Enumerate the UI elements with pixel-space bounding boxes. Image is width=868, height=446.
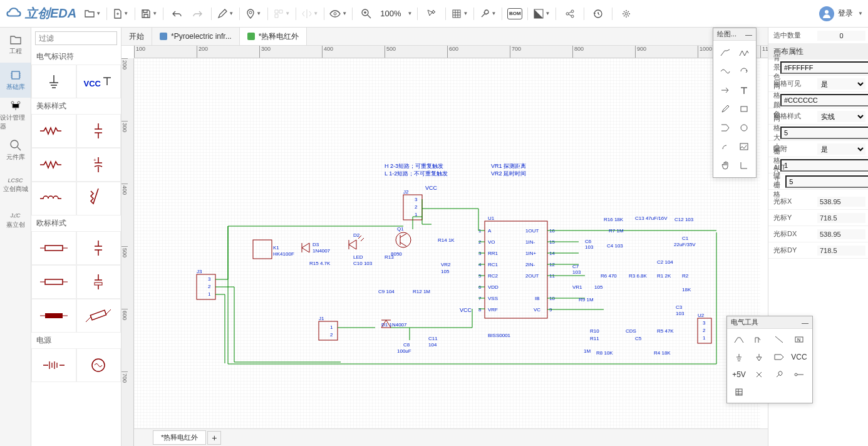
rail-jlc[interactable]: J𝓛C嘉立创 [0,203,31,238]
tab-pyroelectric-sch[interactable]: *Pyroelectric infr... [152,28,240,45]
pin-tool-icon[interactable] [790,366,809,383]
symbol-fuse-eu[interactable] [76,299,121,333]
gear-icon[interactable] [617,5,635,23]
arc-tool-icon[interactable] [717,138,733,155]
cursor-dx-value: 538.95 [817,229,865,239]
polygon-tool-icon[interactable] [717,120,733,136]
symbol-resistor-filled[interactable] [31,299,76,333]
probe-tool-icon[interactable] [770,366,788,383]
line-tool-icon[interactable] [717,44,733,61]
login-button[interactable]: 登录▼ [819,6,863,21]
zoom-level[interactable]: 100% [378,9,403,18]
net-label-icon[interactable]: N [790,331,809,348]
rail-project[interactable]: 工程 [0,28,31,63]
filter-input[interactable] [35,31,117,45]
layers-icon[interactable]: ▼ [451,5,468,23]
symbol-resistor-zigzag[interactable] [76,182,121,215]
cursor-sparkle-icon[interactable] [423,5,440,23]
svg-text:C11: C11 [428,336,438,341]
new-file-icon[interactable]: ▼ [112,5,130,23]
symbol-battery[interactable] [31,348,76,382]
svg-point-14 [11,140,18,148]
symbol-resistor-us[interactable] [31,114,76,148]
symbol-cap-pol-us[interactable]: + [76,148,121,182]
mirror-icon[interactable]: ▼ [301,5,319,23]
noconnect-icon[interactable] [750,366,768,383]
pan-tool-icon[interactable] [717,157,733,174]
symbol-inductor-us[interactable] [31,182,76,215]
5v-tool-icon[interactable]: +5V [730,366,748,383]
snap-size-input[interactable] [780,159,868,172]
grid-size-input[interactable] [780,127,868,139]
eye-icon[interactable]: ▼ [329,5,347,23]
alt-grid-input[interactable] [785,175,868,188]
zoom-in-icon[interactable] [358,5,375,23]
svg-point-12 [11,101,14,104]
gnd-tool-icon[interactable] [730,349,748,365]
arrow-tool-icon[interactable] [717,82,733,98]
bus-tool-icon[interactable] [750,331,768,348]
redo-icon[interactable] [189,5,206,23]
minimize-icon[interactable]: — [802,319,809,326]
rail-basic-lib[interactable]: 基础库 [0,63,31,98]
minimize-icon[interactable]: — [745,31,752,38]
gnd-tri-icon[interactable] [750,349,768,365]
origin-tool-icon[interactable] [736,157,752,174]
pen-icon[interactable]: ▼ [217,5,234,23]
vcc-tool-icon[interactable]: VCC [790,349,809,365]
bom-icon[interactable]: BOM [507,8,522,19]
svg-text:C1: C1 [682,236,689,241]
sheet-add-button[interactable]: + [207,431,221,445]
app-logo[interactable]: 立创EDA [5,5,76,23]
sheet-tab-1[interactable]: *热释电红外 [153,430,206,445]
zigzag-tool-icon[interactable] [736,44,752,61]
draw-tools-panel: 绘图...— [713,28,757,178]
grid-color-input[interactable] [780,94,868,106]
wave-tool-icon[interactable] [717,63,733,80]
svg-point-135 [741,125,747,131]
align-icon[interactable]: ▼ [273,5,291,23]
tab-start[interactable]: 开始 [121,28,152,45]
svg-text:8: 8 [478,307,482,313]
symbol-gnd[interactable] [31,65,76,98]
marker-icon[interactable]: ▼ [245,5,262,23]
symbol-cap-pol-eu[interactable] [76,265,121,299]
grid-visible-select[interactable]: 是 [817,78,865,90]
svg-text:J2: J2 [403,189,409,195]
cursor-y-value: 718.5 [817,213,865,223]
port-tool-icon[interactable] [770,349,788,365]
text-tool-icon[interactable] [736,82,752,98]
symbol-resistor-eu[interactable] [31,231,76,265]
snap-select[interactable]: 是 [817,143,865,155]
undo-icon[interactable] [168,5,186,23]
symbol-resistor-us2[interactable] [31,148,76,182]
symbol-ac-source[interactable] [76,348,121,382]
image-tool-icon[interactable] [736,138,752,155]
history-icon[interactable] [589,5,607,23]
folder-open-icon[interactable]: ▼ [84,5,101,23]
bg-color-input[interactable] [780,61,868,74]
symbol-cap-us[interactable] [76,114,121,148]
svg-rect-20 [91,310,106,320]
rail-lcsc-store[interactable]: LCSC立创商城 [0,168,31,203]
contrast-icon[interactable]: ▼ [533,5,550,23]
wire-tool-icon[interactable] [730,331,748,348]
save-icon[interactable]: ▼ [140,5,158,23]
net-line-icon[interactable] [770,331,788,348]
grid-style-select[interactable]: 实线 [817,111,865,122]
arc-cw-icon[interactable] [736,63,752,80]
rail-design-mgr[interactable]: 设计管理器 [0,98,31,133]
pencil-tool-icon[interactable] [717,101,733,117]
symbol-cap-eu[interactable] [76,231,121,265]
tools-icon[interactable]: ▼ [479,5,497,23]
table-tool-icon[interactable] [730,384,748,400]
share-icon[interactable] [561,5,579,23]
circle-tool-icon[interactable] [736,120,752,136]
symbol-vcc[interactable]: VCC [76,65,121,98]
svg-point-1 [334,13,336,15]
symbol-resistor-eu2[interactable] [31,265,76,299]
rect-tool-icon[interactable] [736,101,752,117]
schematic-canvas[interactable]: H 2-3短路；可重复触发 L 1-2短路；不可重复触发 VR1 探测距离 VR… [134,58,768,428]
rail-component-lib[interactable]: 元件库 [0,133,31,168]
tab-pyroelectric-pcb[interactable]: *热释电红外 [240,28,307,45]
